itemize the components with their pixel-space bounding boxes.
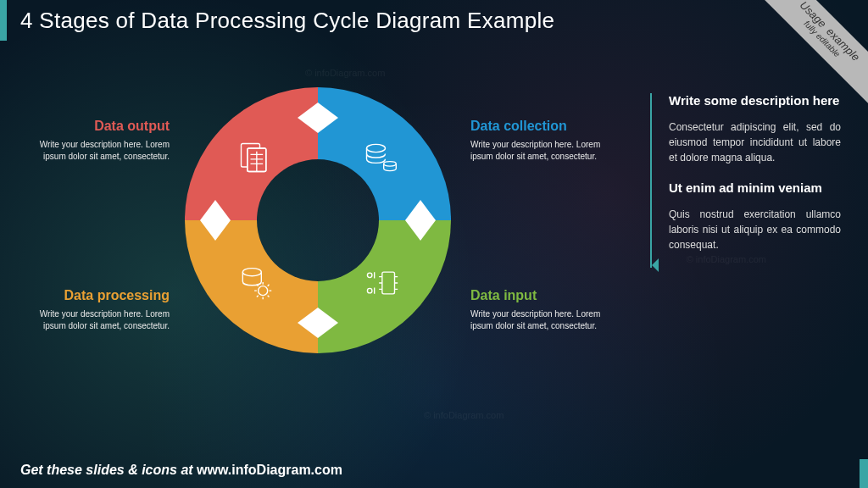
- stage-heading: Data processing: [30, 288, 170, 303]
- svg-rect-4: [382, 272, 395, 294]
- stage-label-collection: Data collection Write your description h…: [470, 119, 610, 162]
- stage-label-input: Data input Write your description here. …: [470, 288, 610, 331]
- database-gears-icon: [234, 262, 276, 304]
- accent-bar-left: [0, 0, 7, 41]
- stage-body: Write your description here. Lorem ipsum…: [470, 139, 610, 162]
- footer-brand: www.infoDiagram.com: [197, 463, 342, 477]
- svg-point-8: [259, 286, 268, 296]
- stage-body: Write your description here. Lorem ipsum…: [30, 139, 170, 162]
- stage-heading: Data input: [470, 288, 610, 303]
- stage-heading: Data collection: [470, 119, 610, 134]
- sidebar-heading-1: Write some description here: [669, 93, 841, 109]
- stage-body: Write your description here. Lorem ipsum…: [30, 308, 170, 331]
- cycle-diagram: [178, 80, 458, 360]
- sidebar-paragraph-1: Consectetur adipiscing elit, sed do eius…: [669, 119, 841, 165]
- database-coins-icon: [359, 136, 402, 179]
- watermark: © infoDiagram.com: [424, 410, 504, 420]
- stage-heading: Data output: [30, 119, 170, 134]
- side-description-panel: Write some description here Consectetur …: [650, 93, 841, 268]
- footer-prefix: Get these slides & icons at: [20, 463, 197, 477]
- cycle-ring: [178, 80, 458, 360]
- watermark: © infoDiagram.com: [305, 68, 385, 78]
- page-title: 4 Stages of Data Processing Cycle Diagra…: [7, 8, 554, 34]
- stage-body: Write your description here. Lorem ipsum…: [470, 308, 610, 331]
- svg-point-5: [367, 273, 372, 278]
- title-bar: 4 Stages of Data Processing Cycle Diagra…: [0, 0, 868, 41]
- sidebar-paragraph-2: Quis nostrud exercitation ullamco labori…: [669, 207, 841, 252]
- chip-binary-icon: [359, 262, 402, 304]
- svg-point-7: [242, 269, 261, 276]
- accent-bar-right: [860, 459, 868, 488]
- documents-table-icon: [234, 136, 276, 179]
- stage-label-processing: Data processing Write your description h…: [30, 288, 170, 331]
- footer-credit: Get these slides & icons at www.infoDiag…: [20, 463, 342, 478]
- stage-label-output: Data output Write your description here.…: [30, 119, 170, 162]
- svg-point-6: [367, 288, 372, 293]
- svg-point-3: [384, 162, 397, 167]
- svg-point-2: [367, 144, 386, 152]
- sidebar-heading-2: Ut enim ad minim veniam: [669, 180, 841, 197]
